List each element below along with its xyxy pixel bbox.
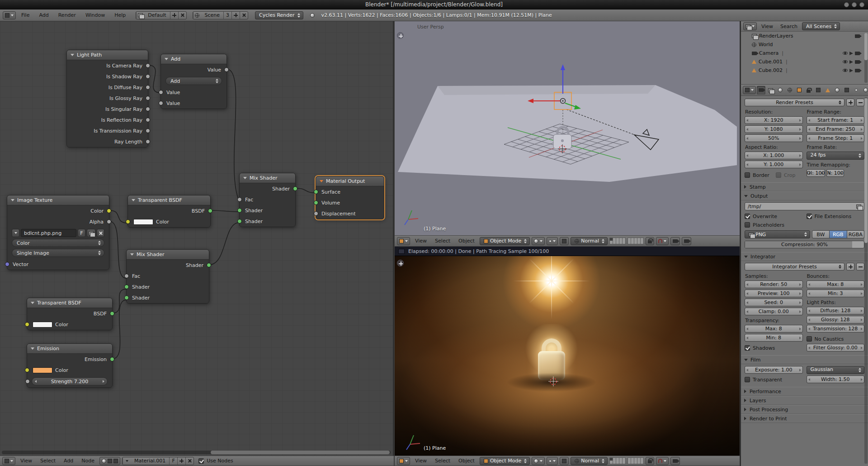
folder-icon[interactable] — [856, 204, 861, 209]
render-samples-field[interactable]: Render: 50 — [745, 281, 803, 288]
node-mix-shader-bottom[interactable]: Mix Shader Shader Fac Shader Shader — [126, 249, 209, 304]
eye-icon[interactable] — [843, 52, 848, 55]
socket-displacement-in[interactable] — [314, 211, 318, 216]
transform-orientation-select[interactable]: Normal — [571, 457, 608, 465]
manipulator-buttons[interactable] — [560, 237, 569, 245]
tab-texture[interactable] — [842, 86, 851, 95]
socket-color-in[interactable] — [126, 219, 130, 224]
transparency-min-field[interactable]: Min: 8 — [745, 334, 803, 342]
eye-icon[interactable] — [843, 60, 848, 63]
resolution-y-field[interactable]: Y: 1080 — [745, 125, 803, 133]
node-header[interactable]: Transparent BSDF — [128, 195, 210, 205]
editor-type-button[interactable] — [743, 22, 757, 30]
node-transparent-bsdf-bottom[interactable]: Transparent BSDF BSDF Color — [27, 298, 113, 330]
image-browse-button[interactable] — [12, 229, 19, 237]
collapse-icon[interactable] — [130, 253, 134, 256]
socket-bsdf-out[interactable] — [208, 209, 212, 213]
bw-toggle[interactable]: BW — [812, 230, 830, 238]
socket-shader-in-1[interactable] — [124, 285, 129, 289]
socket-shader-in-2[interactable] — [124, 295, 129, 300]
color-space-select[interactable]: Color — [12, 239, 104, 247]
scene-users-badge[interactable]: 3 — [223, 12, 231, 19]
viewport-shading-select[interactable] — [532, 237, 545, 245]
menu-select[interactable]: Select — [432, 236, 453, 246]
node-light-path[interactable]: Light Path Is Camera Ray Is Shadow Ray I… — [66, 50, 148, 147]
tab-render-layers[interactable] — [766, 86, 775, 95]
clamp-field[interactable]: Clamp: 0.00 — [745, 308, 803, 315]
editor-type-button[interactable] — [743, 86, 756, 94]
node-transparent-bsdf-top[interactable]: Transparent BSDF BSDF Color — [127, 195, 211, 228]
socket-is-singular-ray[interactable] — [146, 107, 150, 111]
rgb-toggle[interactable]: RGB — [830, 230, 847, 238]
opengl-render-button[interactable] — [670, 237, 680, 245]
node-header[interactable]: Mix Shader — [240, 173, 295, 183]
socket-color-in[interactable] — [25, 322, 29, 327]
socket-surface-in[interactable] — [314, 190, 318, 194]
bounces-max-field[interactable]: Max: 8 — [807, 281, 865, 288]
layers-grid-1[interactable] — [609, 457, 626, 464]
editor-type-button[interactable] — [397, 457, 410, 465]
scrollbar-thumb[interactable] — [211, 451, 390, 454]
frame-rate-select[interactable]: 24 fps — [807, 152, 865, 160]
tab-object[interactable] — [795, 86, 803, 95]
socket-is-glossy-ray[interactable] — [146, 96, 150, 100]
viewport-shading-select[interactable] — [532, 457, 545, 465]
preview-samples-field[interactable]: Preview: 100 — [745, 290, 803, 297]
compression-slider[interactable]: Compression: 90% — [745, 241, 864, 248]
socket-fac-in[interactable] — [124, 274, 129, 278]
scrollbar-thumb[interactable] — [864, 33, 868, 60]
start-frame-field[interactable]: Start Frame: 1 — [807, 116, 865, 124]
menu-select[interactable]: Select — [432, 456, 453, 466]
outliner-item-cube-001[interactable]: Cube.001 | — [741, 57, 868, 66]
display-mode-select[interactable]: All Scenes — [802, 22, 840, 30]
render-engine-select[interactable]: Cycles Render — [255, 11, 303, 19]
color-swatch[interactable] — [33, 322, 52, 328]
pivot-point-select[interactable] — [547, 237, 558, 245]
manipulator-buttons[interactable] — [560, 457, 569, 465]
socket-color-out[interactable] — [107, 209, 111, 213]
no-caustics-checkbox[interactable] — [807, 336, 812, 342]
preset-add-button[interactable] — [846, 99, 854, 106]
tab-particles[interactable] — [852, 86, 860, 95]
integrator-presets-select[interactable]: Integrator Presets — [745, 263, 844, 271]
outliner-item-cube-002[interactable]: Cube.002 | — [741, 66, 868, 75]
overwrite-checkbox[interactable] — [745, 214, 750, 219]
layers-grid-2[interactable] — [627, 457, 644, 464]
menu-view[interactable]: View — [17, 456, 35, 466]
socket-emission-out[interactable] — [110, 357, 114, 361]
tab-physics[interactable] — [861, 86, 868, 95]
socket-is-camera-ray[interactable] — [146, 63, 150, 68]
editor-type-button[interactable] — [3, 11, 16, 19]
render-toggle-icon[interactable] — [855, 69, 860, 72]
node-header[interactable]: Emission — [27, 344, 112, 354]
menu-window[interactable]: Window — [81, 10, 109, 21]
properties-scrollbar[interactable] — [864, 97, 868, 464]
collapse-icon[interactable] — [320, 180, 323, 182]
node-image-texture[interactable]: Image Texture Color Alpha bdlcnt.php.png… — [7, 195, 109, 270]
viewport-3d[interactable]: User Persp (1) Plane — [395, 21, 740, 235]
math-operation-select[interactable]: Add — [165, 77, 222, 85]
tab-data[interactable] — [823, 86, 832, 95]
selectable-icon[interactable] — [849, 60, 853, 64]
node-header[interactable]: Mix Shader — [127, 250, 209, 260]
socket-is-reflection-ray[interactable] — [146, 118, 150, 122]
mode-select[interactable]: Object Mode — [480, 457, 530, 465]
lock-to-scene-button[interactable] — [646, 457, 654, 465]
node-header[interactable]: Add — [161, 54, 226, 64]
transparency-max-field[interactable]: Max: 8 — [745, 325, 803, 333]
menu-search[interactable]: Search — [778, 22, 800, 31]
aspect-x-field[interactable]: X: 1.000 — [745, 152, 803, 159]
socket-shader-in-2[interactable] — [237, 219, 242, 223]
outliner-scrollbar[interactable] — [864, 33, 868, 83]
selectable-icon[interactable] — [849, 69, 853, 72]
material-add-button[interactable] — [177, 457, 185, 465]
socket-shader-out[interactable] — [293, 186, 297, 191]
minimize-button[interactable] — [844, 2, 849, 7]
layers-grid-2[interactable] — [627, 238, 644, 244]
socket-value-out[interactable] — [224, 67, 229, 72]
collapse-icon[interactable] — [243, 177, 247, 179]
frame-step-field[interactable]: Frame Step: 1 — [807, 134, 865, 142]
bounces-min-field[interactable]: Min: 3 — [807, 290, 865, 297]
socket-alpha-out[interactable] — [107, 219, 111, 224]
rgba-toggle[interactable]: RGBA — [847, 230, 865, 238]
